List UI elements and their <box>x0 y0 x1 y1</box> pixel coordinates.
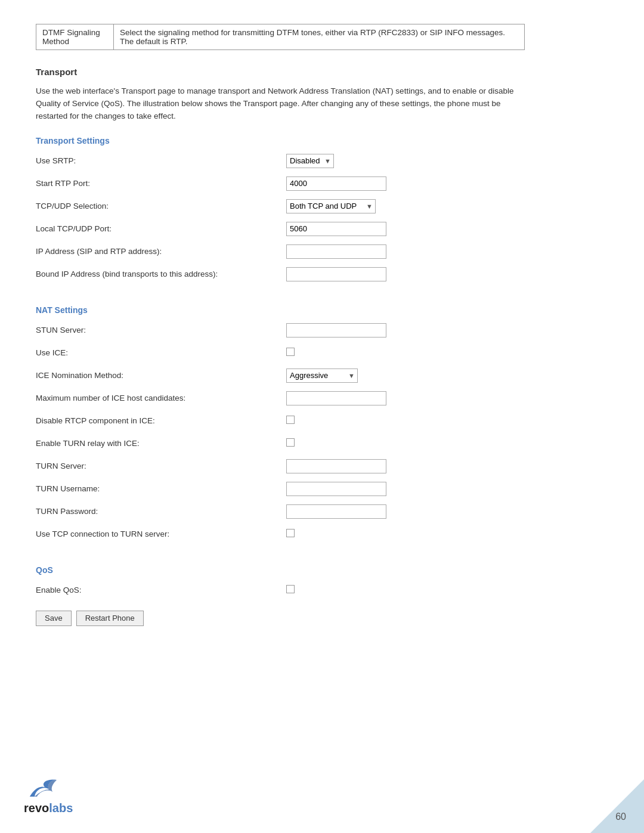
enable-qos-label: Enable QoS: <box>36 586 286 594</box>
transport-settings-section: Transport Settings Use SRTP: Disabled En… <box>36 136 608 283</box>
start-rtp-port-control[interactable] <box>286 176 386 191</box>
turn-username-label: TURN Username: <box>36 484 286 493</box>
use-tcp-turn-checkbox[interactable] <box>286 529 295 537</box>
labs-text: labs <box>49 801 73 815</box>
turn-password-row: TURN Password: <box>36 503 608 520</box>
qos-settings-section: QoS Enable QoS: <box>36 565 608 599</box>
footer-triangle <box>590 779 644 833</box>
turn-server-control[interactable] <box>286 459 386 473</box>
enable-turn-relay-label: Enable TURN relay with ICE: <box>36 439 286 448</box>
use-srtp-control[interactable]: Disabled Enabled ▼ <box>286 154 334 168</box>
ice-nomination-control[interactable]: Aggressive Regular ▼ <box>286 368 358 383</box>
tcp-udp-selection-select[interactable]: Both TCP and UDP TCP Only UDP Only <box>286 199 376 213</box>
use-srtp-row: Use SRTP: Disabled Enabled ▼ <box>36 153 608 169</box>
revo-text: revo <box>24 801 49 815</box>
disable-rtcp-label: Disable RTCP component in ICE: <box>36 416 286 425</box>
max-ice-candidates-input[interactable] <box>286 391 386 405</box>
stun-server-input[interactable] <box>286 323 386 337</box>
dtmf-description: Select the signaling method for transmit… <box>114 24 525 50</box>
revolabs-logo-text: revolabs <box>24 801 73 815</box>
stun-server-row: STUN Server: <box>36 322 608 339</box>
ice-nomination-label: ICE Nomination Method: <box>36 371 286 380</box>
ice-nomination-row: ICE Nomination Method: Aggressive Regula… <box>36 367 608 384</box>
revolabs-bird-icon <box>24 774 62 800</box>
dtmf-table: DTMF SignalingMethod Select the signalin… <box>36 24 525 50</box>
start-rtp-port-input[interactable] <box>286 176 386 191</box>
disable-rtcp-row: Disable RTCP component in ICE: <box>36 413 608 429</box>
turn-server-input[interactable] <box>286 459 386 473</box>
local-tcp-udp-port-label: Local TCP/UDP Port: <box>36 224 286 233</box>
transport-settings-subheading: Transport Settings <box>36 136 608 145</box>
ip-address-input[interactable] <box>286 244 386 259</box>
max-ice-candidates-row: Maximum number of ICE host candidates: <box>36 390 608 407</box>
enable-turn-relay-checkbox[interactable] <box>286 438 295 447</box>
tcp-udp-selection-label: TCP/UDP Selection: <box>36 202 286 210</box>
use-ice-checkbox[interactable] <box>286 348 295 356</box>
stun-server-control[interactable] <box>286 323 386 337</box>
turn-server-label: TURN Server: <box>36 462 286 470</box>
use-tcp-turn-control[interactable] <box>286 529 295 539</box>
local-tcp-udp-port-row: Local TCP/UDP Port: <box>36 221 608 237</box>
ip-address-label: IP Address (SIP and RTP address): <box>36 247 286 256</box>
bound-ip-address-label: Bound IP Address (bind transports to thi… <box>36 270 286 278</box>
ip-address-control[interactable] <box>286 244 386 259</box>
turn-username-row: TURN Username: <box>36 481 608 497</box>
restart-phone-button[interactable]: Restart Phone <box>76 611 144 626</box>
transport-heading: Transport <box>36 67 608 77</box>
start-rtp-port-label: Start RTP Port: <box>36 179 286 188</box>
turn-username-control[interactable] <box>286 482 386 496</box>
use-srtp-label: Use SRTP: <box>36 156 286 165</box>
bound-ip-address-row: Bound IP Address (bind transports to thi… <box>36 266 608 283</box>
page-number: 60 <box>615 812 626 822</box>
ice-nomination-select[interactable]: Aggressive Regular <box>286 368 358 383</box>
transport-description: Use the web interface's Transport page t… <box>36 85 525 123</box>
enable-qos-row: Enable QoS: <box>36 582 608 599</box>
save-button[interactable]: Save <box>36 611 72 626</box>
local-tcp-udp-port-input[interactable] <box>286 222 386 236</box>
max-ice-candidates-label: Maximum number of ICE host candidates: <box>36 394 286 402</box>
disable-rtcp-checkbox[interactable] <box>286 416 295 424</box>
bound-ip-address-input[interactable] <box>286 267 386 281</box>
turn-server-row: TURN Server: <box>36 458 608 475</box>
page-footer: revolabs 60 <box>0 761 644 833</box>
use-ice-label: Use ICE: <box>36 348 286 357</box>
ip-address-row: IP Address (SIP and RTP address): <box>36 243 608 260</box>
footer-logo: revolabs <box>24 774 73 815</box>
dtmf-label: DTMF SignalingMethod <box>36 24 114 50</box>
nat-settings-section: NAT Settings STUN Server: Use ICE: ICE N… <box>36 305 608 543</box>
qos-settings-subheading: QoS <box>36 565 608 575</box>
max-ice-candidates-control[interactable] <box>286 391 386 405</box>
bound-ip-address-control[interactable] <box>286 267 386 281</box>
turn-password-input[interactable] <box>286 504 386 519</box>
turn-password-control[interactable] <box>286 504 386 519</box>
nat-settings-subheading: NAT Settings <box>36 305 608 315</box>
disable-rtcp-control[interactable] <box>286 416 295 426</box>
use-ice-row: Use ICE: <box>36 345 608 361</box>
turn-password-label: TURN Password: <box>36 507 286 516</box>
table-row: DTMF SignalingMethod Select the signalin… <box>36 24 525 50</box>
use-tcp-turn-row: Use TCP connection to TURN server: <box>36 526 608 543</box>
tcp-udp-selection-control[interactable]: Both TCP and UDP TCP Only UDP Only ▼ <box>286 199 376 213</box>
use-tcp-turn-label: Use TCP connection to TURN server: <box>36 529 286 538</box>
stun-server-label: STUN Server: <box>36 326 286 335</box>
turn-username-input[interactable] <box>286 482 386 496</box>
use-ice-control[interactable] <box>286 348 295 358</box>
enable-turn-relay-control[interactable] <box>286 438 295 448</box>
enable-qos-checkbox[interactable] <box>286 585 295 593</box>
use-srtp-select[interactable]: Disabled Enabled <box>286 154 334 168</box>
button-row: Save Restart Phone <box>36 611 608 626</box>
enable-turn-relay-row: Enable TURN relay with ICE: <box>36 435 608 452</box>
start-rtp-port-row: Start RTP Port: <box>36 175 608 192</box>
enable-qos-control[interactable] <box>286 585 295 595</box>
tcp-udp-selection-row: TCP/UDP Selection: Both TCP and UDP TCP … <box>36 198 608 215</box>
page-content: DTMF SignalingMethod Select the signalin… <box>0 0 644 662</box>
local-tcp-udp-port-control[interactable] <box>286 222 386 236</box>
